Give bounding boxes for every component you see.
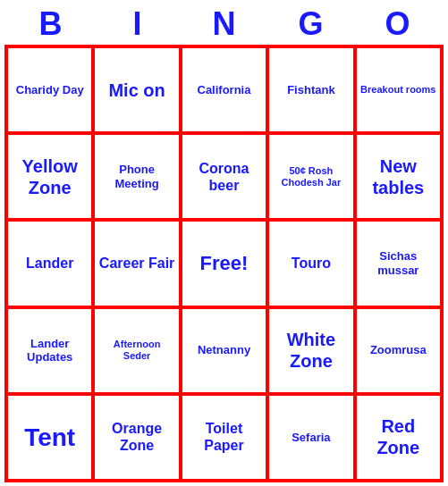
bingo-cell-21: Orange Zone: [93, 394, 180, 481]
bingo-cell-24: Red Zone: [355, 394, 442, 481]
bingo-cell-23: Sefaria: [267, 394, 354, 481]
bingo-cell-1: Mic on: [93, 46, 180, 133]
bingo-cell-12: Free!: [181, 220, 267, 306]
bingo-cell-4: Breakout rooms: [355, 46, 442, 133]
bingo-cell-16: Afternoon Seder: [93, 307, 180, 394]
bingo-cell-18: White Zone: [267, 307, 354, 394]
bingo-cell-2: California: [181, 46, 267, 133]
bingo-letter-g: G: [267, 5, 354, 43]
bingo-letter-o: O: [354, 5, 441, 43]
bingo-cell-14: Sichas mussar: [355, 220, 442, 306]
bingo-cell-11: Career Fair: [93, 220, 180, 306]
bingo-cell-15: Lander Updates: [6, 307, 93, 394]
bingo-cell-0: Charidy Day: [6, 46, 93, 133]
bingo-cell-3: Fishtank: [267, 46, 354, 133]
bingo-cell-10: Lander: [6, 220, 93, 306]
bingo-header: BINGO: [0, 0, 448, 45]
bingo-cell-8: 50¢ Rosh Chodesh Jar: [267, 133, 354, 220]
bingo-cell-13: Touro: [267, 220, 354, 306]
bingo-cell-20: Tent: [6, 394, 93, 481]
bingo-letter-i: I: [94, 5, 181, 43]
bingo-cell-22: Toilet Paper: [181, 394, 267, 481]
bingo-cell-17: Netnanny: [181, 307, 267, 394]
bingo-cell-9: New tables: [355, 133, 442, 220]
bingo-letter-n: N: [181, 5, 267, 43]
bingo-cell-6: Phone Meeting: [93, 133, 180, 220]
bingo-cell-19: Zoomrusa: [355, 307, 442, 394]
bingo-cell-7: Corona beer: [181, 133, 267, 220]
bingo-cell-5: Yellow Zone: [6, 133, 93, 220]
bingo-letter-b: B: [7, 5, 94, 43]
bingo-grid: Charidy DayMic onCaliforniaFishtankBreak…: [4, 45, 444, 482]
